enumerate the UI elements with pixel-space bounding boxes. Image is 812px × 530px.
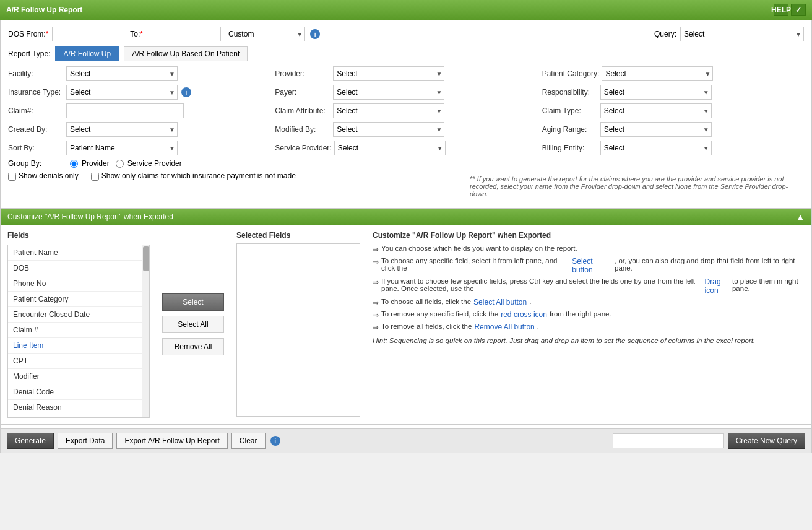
sort-by-dropdown[interactable]: Patient Name ▼: [66, 141, 178, 155]
claim-type-dropdown[interactable]: Select ▼: [600, 103, 712, 118]
dos-info-icon[interactable]: i: [310, 29, 320, 39]
instructions-panel: Customize "A/R Follow Up Report" when Ex…: [368, 231, 805, 418]
billing-entity-row: Billing Entity: Select ▼: [542, 141, 804, 155]
field-item[interactable]: Claim #: [8, 323, 149, 338]
sort-by-row: Sort By: Patient Name ▼: [8, 141, 270, 155]
insurance-type-label: Insurance Type:: [8, 88, 64, 97]
field-item[interactable]: Patient Name: [8, 245, 149, 261]
claim-attribute-dropdown[interactable]: Select ▼: [333, 103, 444, 118]
field-item[interactable]: Patient Category: [8, 292, 149, 307]
billing-entity-dropdown[interactable]: Select ▼: [600, 141, 712, 155]
fields-list-wrap[interactable]: Patient NameDOBPhone NoPatient CategoryE…: [7, 245, 150, 418]
dos-to-input[interactable]: [147, 27, 221, 41]
sort-by-label: Sort By:: [8, 144, 64, 152]
insurance-info-icon[interactable]: i: [181, 87, 191, 97]
tab-ar-follow-up[interactable]: A/R Follow Up: [55, 46, 119, 61]
check-button[interactable]: ✓: [791, 4, 806, 16]
claim-attribute-row: Claim Attribute: Select ▼: [275, 103, 537, 118]
custom-select[interactable]: Custom: [225, 27, 305, 41]
responsibility-dropdown[interactable]: Select ▼: [600, 85, 712, 100]
payer-select[interactable]: Select: [333, 85, 444, 100]
claim-input[interactable]: [66, 103, 184, 118]
billing-entity-label: Billing Entity:: [542, 144, 598, 152]
field-item[interactable]: Phone No: [8, 276, 149, 292]
responsibility-select[interactable]: Select: [600, 85, 712, 100]
fields-list: Patient NameDOBPhone NoPatient CategoryE…: [8, 245, 149, 415]
patient-category-row: Patient Category: Select ▼: [542, 66, 804, 81]
selected-list-wrap: [236, 243, 360, 417]
created-by-select[interactable]: Select: [66, 122, 178, 137]
payer-row: Payer: Select ▼: [275, 85, 537, 100]
sort-by-select[interactable]: Patient Name: [66, 141, 178, 155]
group-by-provider[interactable]: Provider: [70, 159, 110, 168]
new-query-input[interactable]: [613, 433, 724, 448]
collapse-icon[interactable]: ▲: [796, 212, 805, 222]
radio-service-provider[interactable]: [116, 160, 124, 168]
provider-dropdown[interactable]: Select ▼: [333, 66, 444, 81]
query-dropdown[interactable]: Select ▼: [680, 27, 804, 41]
dos-from-label: DOS From:*: [8, 30, 48, 38]
generate-button[interactable]: Generate: [7, 433, 54, 449]
service-provider-select[interactable]: Select: [334, 141, 446, 155]
claim-type-select[interactable]: Select: [600, 103, 712, 118]
instruction-item: To choose any specific field, select it …: [373, 257, 800, 274]
modified-by-select[interactable]: Select: [333, 122, 444, 137]
fields-label: Fields: [7, 231, 150, 240]
radio-provider[interactable]: [70, 160, 78, 168]
instruction-item: To choose all fields, click the Select A…: [373, 298, 800, 307]
show-insurance-checkbox-wrap[interactable]: Show only claims for which insurance pay…: [91, 172, 296, 181]
created-by-dropdown[interactable]: Select ▼: [66, 122, 178, 137]
aging-range-row: Aging Range: Select ▼: [542, 122, 804, 137]
field-item[interactable]: Encounter Closed Date: [8, 307, 149, 323]
query-label: Query:: [654, 30, 676, 38]
service-provider-dropdown[interactable]: Select ▼: [334, 141, 446, 155]
export-ar-button[interactable]: Export A/R Follow Up Report: [116, 433, 227, 449]
claim-row: Claim#:: [8, 103, 270, 118]
insurance-type-select[interactable]: Select: [66, 85, 178, 100]
created-by-label: Created By:: [8, 125, 64, 134]
billing-entity-select[interactable]: Select: [600, 141, 712, 155]
select-all-button[interactable]: Select All: [162, 316, 224, 333]
field-item[interactable]: Line Item: [8, 338, 149, 354]
field-item[interactable]: Denial Code: [8, 384, 149, 400]
custom-dropdown[interactable]: Custom ▼: [225, 27, 305, 41]
field-item[interactable]: Modifier: [8, 369, 149, 384]
show-insurance-label: Show only claims for which insurance pay…: [102, 172, 296, 180]
query-select[interactable]: Select: [680, 27, 804, 41]
provider-row: Provider: Select ▼: [275, 66, 537, 81]
payer-dropdown[interactable]: Select ▼: [333, 85, 444, 100]
dos-from-input[interactable]: [52, 27, 126, 41]
provider-select[interactable]: Select: [333, 66, 444, 81]
app-title: A/R Follow Up Report: [6, 6, 82, 14]
aging-range-dropdown[interactable]: Select ▼: [600, 122, 712, 137]
buttons-panel: Select Select All Remove All: [157, 231, 229, 418]
help-button[interactable]: HELP: [774, 4, 788, 16]
claim-attribute-select[interactable]: Select: [333, 103, 444, 118]
select-button[interactable]: Select: [162, 293, 224, 311]
instruction-item: You can choose which fields you want to …: [373, 245, 800, 254]
insurance-type-dropdown[interactable]: Select ▼: [66, 85, 178, 100]
selected-fields-panel: Selected Fields: [236, 231, 360, 418]
field-item[interactable]: Denial Reason: [8, 400, 149, 415]
field-item[interactable]: CPT: [8, 354, 149, 369]
facility-dropdown[interactable]: Select ▼: [66, 66, 178, 81]
patient-category-dropdown[interactable]: Select ▼: [602, 66, 713, 81]
remove-all-button[interactable]: Remove All: [162, 338, 224, 355]
clear-button[interactable]: Clear: [231, 433, 266, 449]
scroll-indicator: [142, 245, 149, 417]
toolbar-info-icon[interactable]: i: [270, 436, 280, 446]
patient-category-select[interactable]: Select: [602, 66, 713, 81]
facility-select[interactable]: Select: [66, 66, 178, 81]
create-query-button[interactable]: Create New Query: [728, 433, 805, 449]
customize-section: Customize "A/R Follow Up Report" when Ex…: [1, 208, 811, 425]
tab-ar-patient[interactable]: A/R Follow Up Based On Patient: [124, 46, 248, 61]
aging-range-select[interactable]: Select: [600, 122, 712, 137]
show-insurance-checkbox[interactable]: [91, 173, 99, 181]
show-denials-checkbox-wrap[interactable]: Show denials only: [8, 172, 79, 181]
show-denials-checkbox[interactable]: [8, 173, 16, 181]
export-data-button[interactable]: Export Data: [58, 433, 113, 449]
modified-by-dropdown[interactable]: Select ▼: [333, 122, 444, 137]
field-item[interactable]: DOB: [8, 261, 149, 276]
group-by-service-provider[interactable]: Service Provider: [116, 159, 182, 168]
title-bar: A/R Follow Up Report HELP ✓: [0, 0, 812, 20]
